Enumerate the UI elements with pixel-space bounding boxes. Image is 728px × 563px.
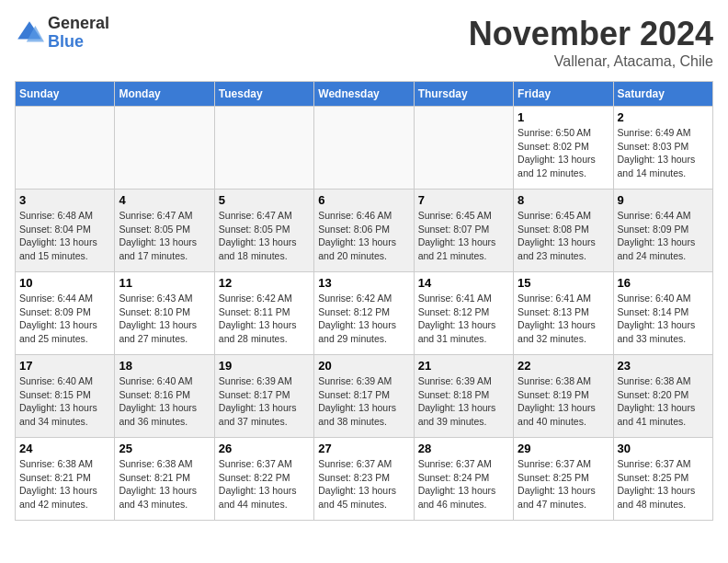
calendar-table: SundayMondayTuesdayWednesdayThursdayFrid… — [15, 81, 713, 521]
day-number: 7 — [418, 193, 509, 207]
day-info: Sunrise: 6:41 AM Sunset: 8:12 PM Dayligh… — [418, 292, 509, 346]
day-number: 12 — [219, 276, 310, 290]
calendar-cell: 30Sunrise: 6:37 AM Sunset: 8:25 PM Dayli… — [613, 438, 712, 521]
calendar-cell — [115, 107, 214, 190]
day-info: Sunrise: 6:49 AM Sunset: 8:03 PM Dayligh… — [618, 126, 709, 180]
day-number: 11 — [119, 276, 210, 290]
calendar-cell: 15Sunrise: 6:41 AM Sunset: 8:13 PM Dayli… — [514, 272, 613, 355]
calendar-cell: 24Sunrise: 6:38 AM Sunset: 8:21 PM Dayli… — [16, 438, 115, 521]
day-header-wednesday: Wednesday — [314, 82, 414, 107]
day-info: Sunrise: 6:37 AM Sunset: 8:24 PM Dayligh… — [418, 457, 509, 511]
day-info: Sunrise: 6:43 AM Sunset: 8:10 PM Dayligh… — [119, 292, 210, 346]
day-number: 15 — [518, 276, 609, 290]
day-number: 22 — [518, 359, 609, 373]
calendar-week-row: 1Sunrise: 6:50 AM Sunset: 8:02 PM Daylig… — [16, 107, 713, 190]
day-number: 9 — [618, 193, 709, 207]
day-number: 23 — [618, 359, 709, 373]
calendar-cell: 2Sunrise: 6:49 AM Sunset: 8:03 PM Daylig… — [613, 107, 712, 190]
day-number: 30 — [618, 442, 709, 455]
logo-general-text: General — [48, 15, 109, 33]
page-header: General Blue November 2024 Vallenar, Ata… — [15, 15, 713, 70]
day-number: 13 — [318, 276, 409, 290]
logo-blue-text: Blue — [48, 33, 109, 52]
calendar-cell: 19Sunrise: 6:39 AM Sunset: 8:17 PM Dayli… — [214, 355, 313, 438]
calendar-cell — [214, 107, 313, 190]
day-info: Sunrise: 6:44 AM Sunset: 8:09 PM Dayligh… — [618, 209, 709, 263]
day-info: Sunrise: 6:42 AM Sunset: 8:12 PM Dayligh… — [318, 292, 409, 346]
calendar-week-row: 10Sunrise: 6:44 AM Sunset: 8:09 PM Dayli… — [16, 272, 713, 355]
day-header-friday: Friday — [514, 82, 613, 107]
calendar-cell: 4Sunrise: 6:47 AM Sunset: 8:05 PM Daylig… — [115, 190, 214, 272]
day-number: 6 — [318, 193, 409, 207]
day-info: Sunrise: 6:39 AM Sunset: 8:17 PM Dayligh… — [219, 374, 310, 429]
calendar-cell: 5Sunrise: 6:47 AM Sunset: 8:05 PM Daylig… — [214, 190, 313, 272]
day-info: Sunrise: 6:38 AM Sunset: 8:20 PM Dayligh… — [618, 374, 709, 429]
logo: General Blue — [15, 15, 109, 52]
day-info: Sunrise: 6:44 AM Sunset: 8:09 PM Dayligh… — [19, 292, 110, 346]
calendar-cell: 9Sunrise: 6:44 AM Sunset: 8:09 PM Daylig… — [613, 190, 712, 272]
day-info: Sunrise: 6:45 AM Sunset: 8:08 PM Dayligh… — [518, 209, 609, 263]
calendar-cell: 28Sunrise: 6:37 AM Sunset: 8:24 PM Dayli… — [414, 438, 513, 521]
calendar-cell: 3Sunrise: 6:48 AM Sunset: 8:04 PM Daylig… — [16, 190, 115, 272]
calendar-cell — [16, 107, 115, 190]
calendar-cell: 1Sunrise: 6:50 AM Sunset: 8:02 PM Daylig… — [514, 107, 613, 190]
calendar-cell: 26Sunrise: 6:37 AM Sunset: 8:22 PM Dayli… — [214, 438, 313, 521]
day-number: 5 — [219, 193, 310, 207]
calendar-cell: 27Sunrise: 6:37 AM Sunset: 8:23 PM Dayli… — [314, 438, 414, 521]
day-number: 10 — [19, 276, 110, 290]
calendar-cell: 8Sunrise: 6:45 AM Sunset: 8:08 PM Daylig… — [514, 190, 613, 272]
day-number: 25 — [119, 442, 210, 455]
day-number: 21 — [418, 359, 509, 373]
calendar-cell: 21Sunrise: 6:39 AM Sunset: 8:18 PM Dayli… — [414, 355, 513, 438]
calendar-cell: 20Sunrise: 6:39 AM Sunset: 8:17 PM Dayli… — [314, 355, 414, 438]
calendar-cell: 10Sunrise: 6:44 AM Sunset: 8:09 PM Dayli… — [16, 272, 115, 355]
day-info: Sunrise: 6:40 AM Sunset: 8:14 PM Dayligh… — [618, 292, 709, 346]
day-info: Sunrise: 6:37 AM Sunset: 8:22 PM Dayligh… — [219, 457, 310, 511]
calendar-cell: 25Sunrise: 6:38 AM Sunset: 8:21 PM Dayli… — [115, 438, 214, 521]
day-header-tuesday: Tuesday — [214, 82, 313, 107]
day-info: Sunrise: 6:39 AM Sunset: 8:17 PM Dayligh… — [318, 374, 409, 429]
day-number: 17 — [19, 359, 110, 373]
calendar-cell: 11Sunrise: 6:43 AM Sunset: 8:10 PM Dayli… — [115, 272, 214, 355]
day-info: Sunrise: 6:38 AM Sunset: 8:19 PM Dayligh… — [518, 374, 609, 429]
day-info: Sunrise: 6:47 AM Sunset: 8:05 PM Dayligh… — [119, 209, 210, 263]
calendar-week-row: 3Sunrise: 6:48 AM Sunset: 8:04 PM Daylig… — [16, 190, 713, 272]
day-header-saturday: Saturday — [613, 82, 712, 107]
calendar-cell: 17Sunrise: 6:40 AM Sunset: 8:15 PM Dayli… — [16, 355, 115, 438]
day-number: 27 — [318, 442, 409, 455]
day-info: Sunrise: 6:41 AM Sunset: 8:13 PM Dayligh… — [518, 292, 609, 346]
calendar-cell — [414, 107, 513, 190]
calendar-cell: 13Sunrise: 6:42 AM Sunset: 8:12 PM Dayli… — [314, 272, 414, 355]
day-number: 16 — [618, 276, 709, 290]
day-info: Sunrise: 6:37 AM Sunset: 8:25 PM Dayligh… — [518, 457, 609, 511]
day-info: Sunrise: 6:47 AM Sunset: 8:05 PM Dayligh… — [219, 209, 310, 263]
day-info: Sunrise: 6:48 AM Sunset: 8:04 PM Dayligh… — [19, 209, 110, 263]
day-number: 3 — [19, 193, 110, 207]
calendar-cell: 22Sunrise: 6:38 AM Sunset: 8:19 PM Dayli… — [514, 355, 613, 438]
day-info: Sunrise: 6:42 AM Sunset: 8:11 PM Dayligh… — [219, 292, 310, 346]
day-info: Sunrise: 6:38 AM Sunset: 8:21 PM Dayligh… — [19, 457, 110, 511]
day-info: Sunrise: 6:40 AM Sunset: 8:15 PM Dayligh… — [19, 374, 110, 429]
calendar-header-row: SundayMondayTuesdayWednesdayThursdayFrid… — [16, 82, 713, 107]
calendar-cell: 7Sunrise: 6:45 AM Sunset: 8:07 PM Daylig… — [414, 190, 513, 272]
day-info: Sunrise: 6:37 AM Sunset: 8:25 PM Dayligh… — [618, 457, 709, 511]
calendar-cell: 12Sunrise: 6:42 AM Sunset: 8:11 PM Dayli… — [214, 272, 313, 355]
day-number: 1 — [518, 110, 609, 124]
day-header-sunday: Sunday — [16, 82, 115, 107]
calendar-week-row: 24Sunrise: 6:38 AM Sunset: 8:21 PM Dayli… — [16, 438, 713, 521]
day-number: 26 — [219, 442, 310, 455]
day-number: 28 — [418, 442, 509, 455]
calendar-cell — [314, 107, 414, 190]
day-info: Sunrise: 6:50 AM Sunset: 8:02 PM Dayligh… — [518, 126, 609, 180]
day-number: 20 — [318, 359, 409, 373]
day-info: Sunrise: 6:39 AM Sunset: 8:18 PM Dayligh… — [418, 374, 509, 429]
day-number: 18 — [119, 359, 210, 373]
logo-icon — [15, 18, 44, 48]
day-number: 19 — [219, 359, 310, 373]
day-header-thursday: Thursday — [414, 82, 513, 107]
day-number: 4 — [119, 193, 210, 207]
day-number: 8 — [518, 193, 609, 207]
day-info: Sunrise: 6:40 AM Sunset: 8:16 PM Dayligh… — [119, 374, 210, 429]
calendar-cell: 6Sunrise: 6:46 AM Sunset: 8:06 PM Daylig… — [314, 190, 414, 272]
day-info: Sunrise: 6:37 AM Sunset: 8:23 PM Dayligh… — [318, 457, 409, 511]
